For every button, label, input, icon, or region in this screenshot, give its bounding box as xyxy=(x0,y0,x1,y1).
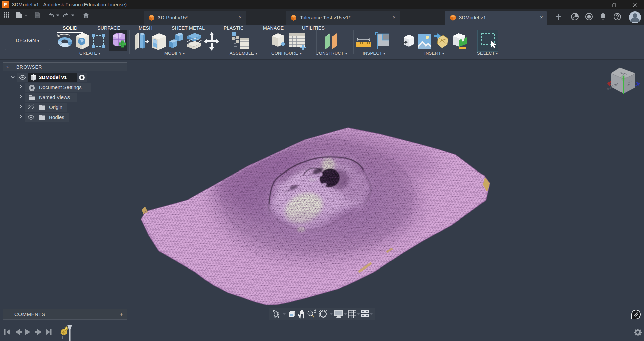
svg-text:F: F xyxy=(4,2,7,7)
